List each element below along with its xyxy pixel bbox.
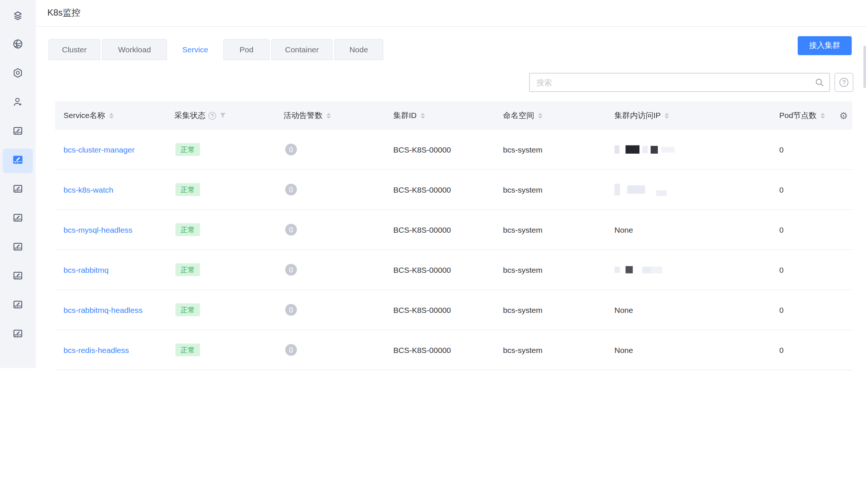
help-button[interactable]: ? <box>834 73 853 92</box>
sidebar-item-dashboard-6[interactable] <box>0 291 36 320</box>
sidebar-item-dashboard-5[interactable] <box>0 262 36 291</box>
sort-icon[interactable] <box>109 113 114 118</box>
alarm-count-badge: 0 <box>285 144 297 156</box>
service-link[interactable]: bcs-rabbitmq-headless <box>64 305 142 314</box>
pod-count-cell: 0 <box>779 170 784 210</box>
sidebar-item-dashboard-3[interactable] <box>0 204 36 233</box>
resource-tabs: Cluster Workload Service Pod Container N… <box>49 39 384 60</box>
search-box <box>529 73 830 92</box>
service-link[interactable]: bcs-redis-headless <box>64 346 129 354</box>
pod-count-cell: 0 <box>779 210 784 250</box>
dashboard-icon <box>12 328 23 341</box>
access-ip-cell: None <box>615 330 633 370</box>
status-badge: 正常 <box>176 223 200 236</box>
namespace-cell: bcs-system <box>503 330 543 370</box>
column-header-active-alarms[interactable]: 活动告警数 <box>284 101 331 130</box>
alarm-count-badge: 0 <box>285 184 297 196</box>
table-row: bcs-cluster-manager 正常 0 BCS-K8S-00000 b… <box>55 130 853 170</box>
status-badge: 正常 <box>176 183 200 196</box>
sidebar-item-dashboard-2[interactable] <box>0 176 36 204</box>
column-header-cluster-id[interactable]: 集群ID <box>393 101 425 130</box>
access-ip-cell: None <box>615 210 633 250</box>
table-row: bcs-rabbitmq-headless 正常 0 BCS-K8S-00000… <box>55 290 853 330</box>
table-header-row: Service名称 采集状态 ? 活动告警数 集群ID 命名空间 <box>55 101 853 130</box>
dashboard-icon <box>12 125 23 139</box>
tab-workload[interactable]: Workload <box>102 39 167 60</box>
tab-service[interactable]: Service <box>169 39 222 60</box>
service-link[interactable]: bcs-cluster-manager <box>64 145 134 154</box>
tab-cluster[interactable]: Cluster <box>49 39 101 60</box>
pod-count-cell: 0 <box>779 290 784 330</box>
column-header-service-name[interactable]: Service名称 <box>64 101 114 130</box>
status-badge: 正常 <box>176 304 200 317</box>
hexagon-cube-icon <box>12 68 23 81</box>
cluster-id-cell: BCS-K8S-00000 <box>393 210 451 250</box>
search-input[interactable] <box>530 73 830 91</box>
page-title: K8s监控 <box>48 0 81 26</box>
sidebar-item-dashboard-4[interactable] <box>0 233 36 262</box>
dashboard-icon <box>12 241 23 255</box>
pod-count-cell: 0 <box>779 130 784 170</box>
filter-icon[interactable] <box>219 112 226 119</box>
access-ip-mask <box>615 184 667 196</box>
sort-icon[interactable] <box>326 113 331 118</box>
pod-count-cell: 0 <box>779 250 784 290</box>
column-header-namespace[interactable]: 命名空间 <box>503 101 543 130</box>
tab-pod[interactable]: Pod <box>224 39 270 60</box>
service-link[interactable]: bcs-k8s-watch <box>64 185 113 194</box>
sidebar-item-overview[interactable] <box>0 3 36 32</box>
alarm-count-badge: 0 <box>285 304 297 316</box>
dashboard-icon <box>12 299 23 312</box>
sort-icon[interactable] <box>665 113 669 118</box>
sidebar <box>0 0 36 368</box>
tab-node[interactable]: Node <box>334 39 383 60</box>
sidebar-item-users[interactable] <box>0 89 36 118</box>
sidebar-item-containers[interactable] <box>0 60 36 89</box>
access-ip-mask <box>615 145 675 154</box>
table-row: bcs-rabbitmq 正常 0 BCS-K8S-00000 bcs-syst… <box>55 250 853 290</box>
scrollbar-thumb[interactable] <box>863 46 866 88</box>
sort-icon[interactable] <box>421 113 425 118</box>
question-circle-icon: ? <box>840 78 849 87</box>
alarm-count-badge: 0 <box>285 264 297 276</box>
sort-icon[interactable] <box>538 113 543 118</box>
service-table: Service名称 采集状态 ? 活动告警数 集群ID 命名空间 <box>55 101 853 370</box>
sidebar-item-dashboard-7[interactable] <box>0 320 36 349</box>
help-icon[interactable]: ? <box>208 112 216 120</box>
namespace-cell: bcs-system <box>503 170 543 210</box>
namespace-cell: bcs-system <box>503 210 543 250</box>
layers-icon <box>12 11 23 24</box>
access-ip-cell <box>615 170 667 210</box>
column-settings-icon[interactable]: ⚙ <box>839 101 848 130</box>
pod-count-cell: 0 <box>779 330 784 370</box>
dashboard-icon-active <box>12 154 24 168</box>
sidebar-item-dashboard-k8s-active[interactable] <box>0 147 36 176</box>
column-header-access-ip[interactable]: 集群内访问IP <box>615 101 669 130</box>
tab-container[interactable]: Container <box>271 39 333 60</box>
cluster-id-cell: BCS-K8S-00000 <box>393 290 451 330</box>
namespace-cell: bcs-system <box>503 290 543 330</box>
access-ip-cell <box>615 130 675 170</box>
connect-cluster-button[interactable]: 接入集群 <box>798 36 852 55</box>
namespace-cell: bcs-system <box>503 130 543 170</box>
sort-icon[interactable] <box>820 113 825 118</box>
cluster-id-cell: BCS-K8S-00000 <box>393 250 451 290</box>
service-link[interactable]: bcs-mysql-headless <box>64 225 133 234</box>
top-bar: K8s监控 <box>36 0 866 27</box>
namespace-cell: bcs-system <box>503 250 543 290</box>
table-row: bcs-mysql-headless 正常 0 BCS-K8S-00000 bc… <box>55 210 853 250</box>
access-ip-cell <box>615 250 662 290</box>
cluster-id-cell: BCS-K8S-00000 <box>393 130 451 170</box>
sidebar-item-dashboard-1[interactable] <box>0 118 36 147</box>
status-badge: 正常 <box>176 143 200 156</box>
status-badge: 正常 <box>176 264 200 276</box>
globe-icon <box>12 39 23 52</box>
status-badge: 正常 <box>176 344 200 357</box>
search-icon <box>815 78 825 90</box>
cluster-id-cell: BCS-K8S-00000 <box>393 330 451 370</box>
service-link[interactable]: bcs-rabbitmq <box>64 265 108 274</box>
dashboard-icon <box>12 183 23 197</box>
sidebar-item-network[interactable] <box>0 31 36 60</box>
column-header-collect-status[interactable]: 采集状态 ? <box>175 101 227 130</box>
column-header-pod-count[interactable]: Pod节点数 <box>779 101 825 130</box>
